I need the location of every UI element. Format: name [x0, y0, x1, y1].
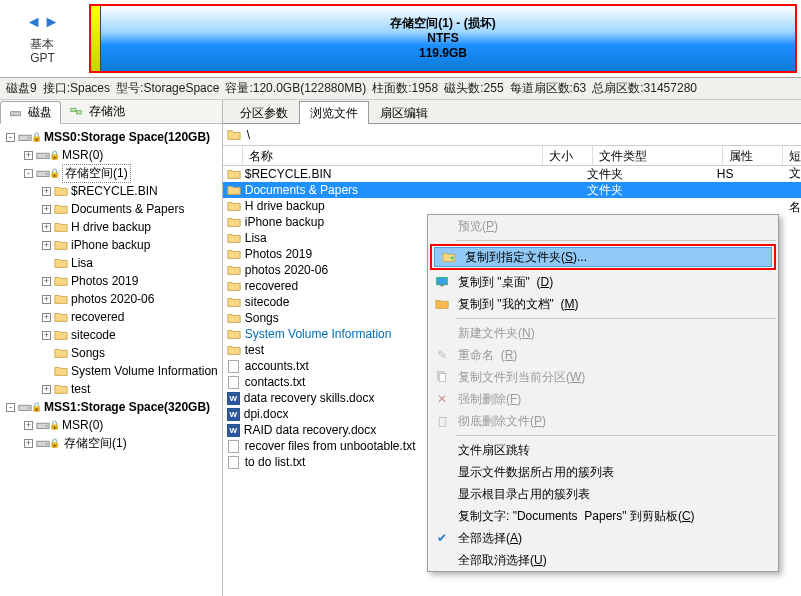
tree-node[interactable]: +🔒MSR(0) — [0, 416, 222, 434]
svg-rect-18 — [439, 374, 445, 382]
copy-down-icon — [434, 369, 450, 385]
file-row[interactable]: Documents & Papers 文件夹 — [223, 182, 801, 198]
delete-icon: ✕ — [434, 391, 450, 407]
tree-node[interactable]: -🔒MSS1:Storage Space(320GB) — [0, 398, 222, 416]
tree-expander[interactable]: + — [42, 313, 51, 322]
nav-back-icon[interactable]: ◄ — [26, 13, 42, 31]
tree-expander[interactable]: + — [42, 241, 51, 250]
lock-icon: 🔒 — [49, 168, 60, 178]
tree-expander[interactable]: + — [42, 295, 51, 304]
tree-expander[interactable]: + — [42, 331, 51, 340]
folder-icon — [227, 263, 241, 277]
word-icon: W — [227, 392, 240, 405]
folder-icon — [54, 184, 68, 198]
tree-expander[interactable]: + — [42, 277, 51, 286]
tree-expander[interactable]: + — [42, 187, 51, 196]
folder-icon — [227, 343, 241, 357]
tree-node[interactable]: +photos 2020-06 — [0, 290, 222, 308]
tree-expander[interactable]: - — [6, 133, 15, 142]
top-bar: ◄ ► 基本 GPT 存储空间(1) - (损坏) NTFS 119.9GB — [0, 0, 801, 78]
folder-icon — [227, 128, 241, 142]
tree-node[interactable]: +Photos 2019 — [0, 272, 222, 290]
folder-icon — [227, 295, 241, 309]
tree-expander[interactable]: + — [42, 385, 51, 394]
svg-point-10 — [28, 407, 30, 409]
content-tab[interactable]: 分区参数 — [229, 101, 299, 124]
tree-node[interactable]: +H drive backup — [0, 218, 222, 236]
menu-show-clusters[interactable]: 显示文件数据所占用的簇列表 — [428, 461, 778, 483]
tree-node[interactable]: -🔒MSS0:Storage Space(120GB) — [0, 128, 222, 146]
menu-select-all[interactable]: ✔ 全部选择(A) — [428, 527, 778, 549]
tab-pool[interactable]: 存储池 — [61, 100, 134, 123]
menu-preview: 预览(P) — [428, 215, 778, 237]
disk-visualization[interactable]: 存储空间(1) - (损坏) NTFS 119.9GB — [85, 0, 801, 77]
lock-icon: 🔒 — [31, 132, 42, 142]
lock-icon: 🔒 — [49, 420, 60, 430]
lock-icon: 🔒 — [31, 402, 42, 412]
volume-icon — [36, 166, 50, 180]
tree-node[interactable]: +🔒存储空间(1) — [0, 434, 222, 452]
folder-icon — [227, 327, 241, 341]
tree-node[interactable]: +test — [0, 380, 222, 398]
tree-panel: 磁盘 存储池 -🔒MSS0:Storage Space(120GB)+🔒MSR(… — [0, 100, 223, 596]
tree-expander[interactable]: - — [24, 169, 33, 178]
file-row[interactable]: H drive backup — [223, 198, 801, 214]
menu-copy-desktop[interactable]: 复制到 "桌面" (D) — [428, 271, 778, 293]
tree-node[interactable]: System Volume Information — [0, 362, 222, 380]
volume-icon — [36, 418, 50, 432]
tree-expander[interactable]: + — [24, 421, 33, 430]
path-bar[interactable]: \ — [223, 124, 801, 146]
disk-icon — [9, 106, 22, 119]
folder-icon — [54, 238, 68, 252]
tree-node[interactable]: Lisa — [0, 254, 222, 272]
tree-node[interactable]: +🔒MSR(0) — [0, 146, 222, 164]
file-list-header[interactable]: 名称 大小 文件类型 属性 短文件名 — [223, 146, 801, 166]
svg-point-14 — [46, 443, 48, 445]
svg-rect-1 — [71, 108, 76, 111]
menu-copy-to-folder[interactable]: 复制到指定文件夹(S)... — [434, 247, 772, 267]
folder-icon — [227, 215, 241, 229]
folder-icon — [54, 202, 68, 216]
check-icon: ✔ — [434, 530, 450, 546]
menu-copy-text[interactable]: 复制文字: "Documents Papers" 到剪贴板(C) — [428, 505, 778, 527]
pool-icon — [70, 105, 83, 118]
tree-node[interactable]: +$RECYCLE.BIN — [0, 182, 222, 200]
folder-icon — [54, 292, 68, 306]
svg-rect-2 — [77, 111, 82, 114]
disk-tree[interactable]: -🔒MSS0:Storage Space(120GB)+🔒MSR(0)-🔒存储空… — [0, 124, 222, 596]
tree-expander[interactable]: - — [6, 403, 15, 412]
folder-icon — [227, 247, 241, 261]
word-icon: W — [227, 424, 240, 437]
tree-node[interactable]: +sitecode — [0, 326, 222, 344]
content-tab[interactable]: 浏览文件 — [299, 101, 369, 124]
tree-node[interactable]: +recovered — [0, 308, 222, 326]
menu-copy-documents[interactable]: 复制到 "我的文档" (M) — [428, 293, 778, 315]
tree-expander[interactable]: + — [42, 205, 51, 214]
folder-icon — [54, 274, 68, 288]
tree-expander[interactable]: + — [42, 223, 51, 232]
rename-icon: ✎ — [434, 347, 450, 363]
tree-expander[interactable]: + — [24, 151, 33, 160]
menu-show-root-clusters[interactable]: 显示根目录占用的簇列表 — [428, 483, 778, 505]
tree-node[interactable]: Songs — [0, 344, 222, 362]
tree-node[interactable]: -🔒存储空间(1) — [0, 164, 222, 182]
folder-icon — [227, 167, 241, 181]
folder-icon — [54, 382, 68, 396]
tree-node[interactable]: +iPhone backup — [0, 236, 222, 254]
folder-icon — [227, 183, 241, 197]
tree-node[interactable]: +Documents & Papers — [0, 200, 222, 218]
tab-disk[interactable]: 磁盘 — [0, 101, 61, 124]
file-row[interactable]: $RECYCLE.BIN 文件夹 HS — [223, 166, 801, 182]
context-menu: 预览(P) 复制到指定文件夹(S)... 复制到 "桌面" (D) 复制到 "我… — [427, 214, 779, 572]
menu-select-none[interactable]: 全部取消选择(U) — [428, 549, 778, 571]
svg-point-12 — [46, 425, 48, 427]
disk-icon — [18, 400, 32, 414]
content-tab[interactable]: 扇区编辑 — [369, 101, 439, 124]
tree-expander[interactable]: + — [24, 439, 33, 448]
disk-icon — [18, 130, 32, 144]
volume-fs: NTFS — [427, 31, 458, 46]
desktop-icon — [434, 274, 450, 290]
menu-sector-jump[interactable]: 文件扇区跳转 — [428, 439, 778, 461]
file-icon — [227, 359, 241, 373]
nav-forward-icon[interactable]: ► — [44, 13, 60, 31]
